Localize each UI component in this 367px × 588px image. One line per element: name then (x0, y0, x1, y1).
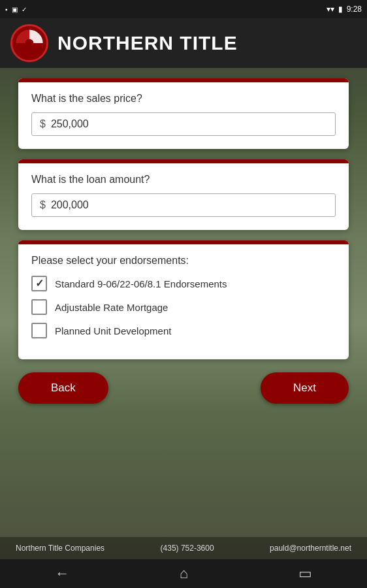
next-button[interactable]: Next (261, 372, 349, 404)
checkmark-1: ✓ (35, 278, 44, 289)
nav-recents-icon[interactable]: ▭ (298, 565, 312, 582)
battery-icon: ▮ (338, 5, 343, 14)
time-display: 9:28 (347, 5, 362, 14)
sales-price-question: What is the sales price? (31, 93, 336, 105)
checkbox-label-3: Planned Unit Development (55, 325, 171, 336)
checkbox-1[interactable]: ✓ (31, 276, 47, 291)
action-buttons-row: Back Next (0, 372, 367, 404)
tablet-icon: ▣ (12, 6, 18, 13)
svg-point-1 (25, 39, 34, 48)
loan-amount-input[interactable] (51, 199, 327, 211)
endorsements-question: Please select your endorsements: (31, 255, 336, 267)
card-body-loan: What is the loan amount? $ (18, 163, 349, 230)
wifi-icon: ▾▾ (327, 5, 334, 14)
endorsements-card: Please select your endorsements: ✓ Stand… (18, 240, 349, 359)
back-button[interactable]: Back (18, 372, 108, 404)
check-icon: ✓ (22, 6, 27, 13)
checkbox-item-3[interactable]: Planned Unit Development (31, 323, 336, 338)
app-header: NORTHERN TITLE (0, 18, 367, 68)
logo-svg (12, 26, 46, 60)
nav-bar: ← ⌂ ▭ (0, 559, 367, 588)
card-body-sales: What is the sales price? $ (18, 82, 349, 149)
status-icons-left: ▪ ▣ ✓ (5, 6, 27, 13)
footer-email: pauld@northerntitle.net (270, 544, 351, 553)
sales-price-card: What is the sales price? $ (18, 78, 349, 149)
app-title: NORTHERN TITLE (57, 32, 238, 54)
nav-home-icon[interactable]: ⌂ (180, 565, 188, 582)
checkbox-3[interactable] (31, 323, 47, 338)
app-logo (10, 24, 48, 62)
checkbox-label-1: Standard 9-06/22-06/8.1 Endorsements (55, 278, 227, 289)
checkbox-item-2[interactable]: Adjustable Rate Mortgage (31, 299, 336, 315)
dollar-sign-loan: $ (40, 199, 46, 211)
footer-company: Northern Title Companies (16, 544, 104, 553)
loan-amount-input-wrap[interactable]: $ (31, 193, 336, 217)
nav-back-icon[interactable]: ← (55, 565, 69, 582)
main-content: What is the sales price? $ What is the l… (0, 68, 367, 370)
dollar-sign-sales: $ (40, 118, 46, 130)
loan-amount-card: What is the loan amount? $ (18, 159, 349, 230)
card-body-endorsements: Please select your endorsements: ✓ Stand… (18, 244, 349, 359)
status-icons-right: ▾▾ ▮ 9:28 (327, 5, 362, 14)
checkbox-label-2: Adjustable Rate Mortgage (55, 302, 168, 313)
notification-icon: ▪ (5, 6, 8, 13)
checkbox-2[interactable] (31, 299, 47, 315)
sales-price-input-wrap[interactable]: $ (31, 112, 336, 136)
loan-amount-question: What is the loan amount? (31, 174, 336, 186)
checkbox-item-1[interactable]: ✓ Standard 9-06/22-06/8.1 Endorsements (31, 276, 336, 291)
footer: Northern Title Companies (435) 752-3600 … (0, 537, 367, 559)
status-bar: ▪ ▣ ✓ ▾▾ ▮ 9:28 (0, 0, 367, 18)
sales-price-input[interactable] (51, 118, 327, 130)
footer-phone: (435) 752-3600 (161, 544, 214, 553)
